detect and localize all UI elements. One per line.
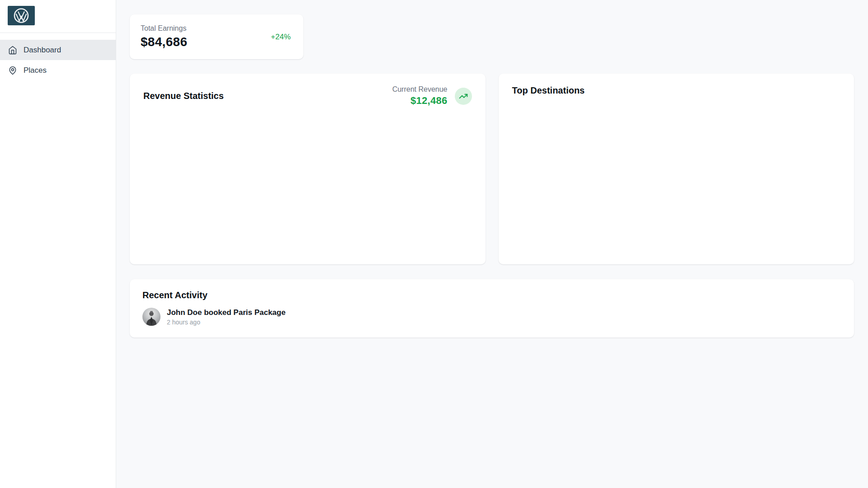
current-revenue-label: Current Revenue bbox=[392, 85, 448, 94]
app-root: Dashboard Places Total Earnings $84,686 … bbox=[0, 0, 868, 488]
trending-up-icon bbox=[459, 92, 468, 101]
revenue-summary: Current Revenue $12,486 bbox=[392, 85, 472, 107]
activity-text: John Doe booked Paris Package bbox=[167, 308, 286, 317]
revenue-meta: Current Revenue $12,486 bbox=[392, 85, 448, 107]
earnings-label: Total Earnings bbox=[141, 24, 187, 33]
avatar bbox=[142, 308, 160, 326]
sidebar-divider bbox=[0, 33, 116, 33]
panels-row: Revenue Statistics Current Revenue $12,4… bbox=[130, 74, 854, 264]
home-icon bbox=[8, 46, 17, 55]
recent-activity-card: Recent Activity bbox=[130, 279, 854, 338]
earnings-delta-badge: +24% bbox=[271, 33, 291, 42]
app-logo[interactable] bbox=[8, 6, 35, 25]
total-earnings-card: Total Earnings $84,686 +24% bbox=[130, 14, 303, 59]
sidebar-item-dashboard[interactable]: Dashboard bbox=[0, 40, 116, 60]
sidebar-item-label: Dashboard bbox=[24, 46, 61, 55]
vw-logo-icon bbox=[8, 6, 35, 25]
trend-badge bbox=[455, 88, 472, 105]
sidebar-item-places[interactable]: Places bbox=[0, 60, 116, 80]
current-revenue-value: $12,486 bbox=[392, 95, 448, 107]
earnings-value: $84,686 bbox=[141, 35, 187, 49]
main-content: Total Earnings $84,686 +24% Revenue Stat… bbox=[116, 0, 868, 488]
revenue-statistics-card: Revenue Statistics Current Revenue $12,4… bbox=[130, 74, 486, 264]
activity-title: Recent Activity bbox=[142, 290, 841, 300]
map-pin-icon bbox=[8, 66, 17, 75]
destinations-title: Top Destinations bbox=[512, 85, 585, 96]
activity-text-block: John Doe booked Paris Package 2 hours ag… bbox=[167, 308, 286, 326]
revenue-header: Revenue Statistics Current Revenue $12,4… bbox=[143, 85, 472, 107]
sidebar-item-label: Places bbox=[24, 66, 47, 75]
activity-list-item: John Doe booked Paris Package 2 hours ag… bbox=[142, 308, 841, 326]
top-destinations-card: Top Destinations bbox=[499, 74, 854, 264]
earnings-text-block: Total Earnings $84,686 bbox=[141, 24, 187, 49]
sidebar-nav: Dashboard Places bbox=[0, 40, 116, 80]
activity-timestamp: 2 hours ago bbox=[167, 319, 286, 326]
revenue-title: Revenue Statistics bbox=[143, 91, 224, 101]
sidebar: Dashboard Places bbox=[0, 0, 116, 488]
destinations-header: Top Destinations bbox=[512, 85, 841, 96]
